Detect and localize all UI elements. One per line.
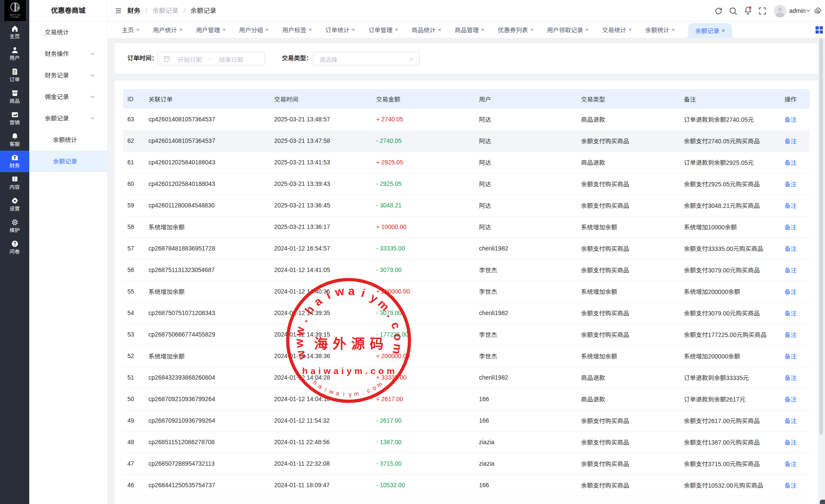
svg-text:m: m xyxy=(375,380,383,389)
svg-text:a: a xyxy=(348,284,355,298)
svg-text:m: m xyxy=(375,297,392,313)
svg-text:w: w xyxy=(328,387,335,396)
svg-text:AMERICAN: AMERICAN xyxy=(9,14,20,16)
svg-text:a: a xyxy=(335,390,340,397)
svg-text:w: w xyxy=(334,284,346,299)
svg-text:DREAM: DREAM xyxy=(11,16,19,18)
svg-text:i: i xyxy=(324,289,332,302)
svg-text:.: . xyxy=(384,310,397,319)
svg-text:m: m xyxy=(390,343,405,356)
svg-text:h: h xyxy=(312,379,318,386)
svg-text:m: m xyxy=(353,390,359,398)
svg-text:y: y xyxy=(349,391,352,398)
svg-text:A: A xyxy=(17,6,20,10)
svg-text:o: o xyxy=(391,333,405,341)
svg-text:a: a xyxy=(312,294,325,308)
svg-text:.: . xyxy=(297,316,310,324)
svg-text:i: i xyxy=(343,390,345,397)
svg-text:c: c xyxy=(389,320,403,330)
svg-text:i: i xyxy=(360,287,367,300)
svg-text:a: a xyxy=(317,382,324,390)
svg-text:w: w xyxy=(293,338,306,349)
svg-text:.: . xyxy=(361,389,364,396)
svg-text:i: i xyxy=(324,386,328,393)
svg-text:h: h xyxy=(303,303,317,317)
svg-text:海外源码: 海外源码 xyxy=(314,333,388,352)
svg-text:haiwaiym.com: haiwaiym.com xyxy=(302,366,398,376)
svg-text:w: w xyxy=(293,325,307,337)
svg-text:c: c xyxy=(366,387,371,394)
svg-text:w: w xyxy=(294,348,309,362)
